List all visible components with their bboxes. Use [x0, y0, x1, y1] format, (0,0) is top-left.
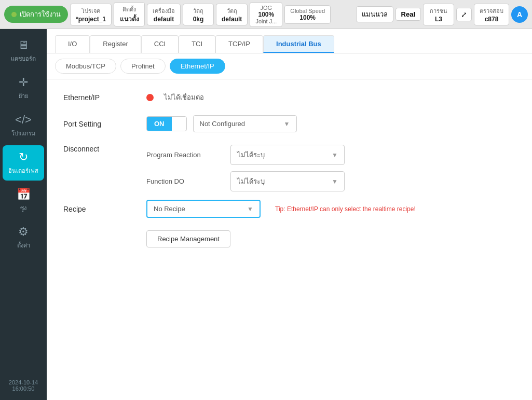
tool-value: default: [154, 16, 174, 23]
recipe-mgmt-label: Recipe Management: [157, 235, 220, 243]
jog-sub: Joint J...: [255, 18, 277, 24]
sidebar: 🖥 แดชบอร์ด ✛ ย้าย </> โปรแกรม ↻ อินเตอร์…: [0, 29, 47, 400]
dashboard-icon: 🖥: [18, 38, 29, 52]
teach-label: การชน: [430, 6, 447, 16]
settings-section[interactable]: ติดตั้ง แนวตั้ง: [114, 2, 145, 26]
tab-modbus[interactable]: Modbus/TCP: [55, 59, 116, 74]
tab-tci[interactable]: TCI: [179, 35, 215, 53]
chevron-down-icon: ▼: [284, 120, 290, 128]
sidebar-item-move[interactable]: ✛ ย้าย: [3, 71, 44, 106]
weight-label: วัตถุ: [193, 6, 203, 16]
tab-cci-label: CCI: [154, 40, 166, 48]
function-do-row: Function DO ไม่ได้ระบุ ▼: [146, 171, 345, 191]
move-icon: ✛: [19, 76, 28, 89]
tab-industrial-bus-label: Industrial Bus: [276, 40, 321, 48]
tab-ethernetip[interactable]: Ethernet/IP: [170, 59, 225, 74]
connection-status-text: ไม่ได้เชื่อมต่อ: [164, 92, 204, 103]
project-value: *project_1: [76, 16, 106, 23]
program-reaction-row: Program Reaction ไม่ได้ระบุ ▼: [146, 145, 345, 165]
weight-section[interactable]: วัตถุ 0kg: [183, 4, 214, 25]
project-label: โปรเจค: [81, 6, 100, 16]
program-reaction-dropdown[interactable]: ไม่ได้ระบุ ▼: [230, 145, 345, 165]
tab-profinet-label: Profinet: [131, 62, 155, 70]
topbar-right: แมนนวล Real การชน L3 ⤢ ตรวจสอบ c878 A: [356, 4, 528, 25]
speed-section[interactable]: วัตถุ default: [216, 4, 248, 25]
jog-section[interactable]: JOG 100% Joint J...: [250, 2, 282, 27]
recipe-controls: No Recipe ▼ Tip: Ethernet/IP can only se…: [146, 200, 515, 218]
weight-value: 0kg: [193, 16, 204, 23]
sidebar-item-schedule[interactable]: 📅 ซูง: [3, 183, 44, 218]
function-do-label: Function DO: [146, 177, 224, 185]
disconnect-row: Disconnect Program Reaction ไม่ได้ระบุ ▼…: [63, 145, 515, 191]
disconnect-label: Disconnect: [63, 145, 146, 153]
tab-ethernetip-label: Ethernet/IP: [181, 62, 214, 70]
global-speed-section[interactable]: Global Speed 100%: [284, 5, 331, 24]
sidebar-item-interface[interactable]: ↻ อินเตอร์เฟส: [3, 145, 44, 181]
tab-tcpip-label: TCP/IP: [228, 40, 250, 48]
main-layout: 🖥 แดชบอร์ด ✛ ย้าย </> โปรแกรม ↻ อินเตอร์…: [0, 29, 532, 400]
sidebar-item-program-label: โปรแกรม: [11, 129, 35, 138]
toggle-on[interactable]: ON: [147, 117, 172, 131]
program-icon: </>: [15, 113, 32, 127]
tool-section[interactable]: เครื่องมือ default: [147, 4, 181, 25]
settings-value: แนวตั้ง: [120, 14, 139, 24]
teach-value: L3: [435, 16, 442, 23]
program-reaction-value: ไม่ได้ระบุ: [237, 149, 265, 160]
toggle-switch[interactable]: ON: [146, 116, 187, 131]
check-value: c878: [485, 16, 499, 23]
chevron-down-icon-3: ▼: [332, 178, 338, 185]
resize-icon: ⤢: [461, 10, 467, 19]
content-area: I/O Register CCI TCI TCP/IP Industrial B…: [47, 29, 532, 400]
not-configured-dropdown[interactable]: Not Configured ▼: [193, 115, 297, 132]
sidebar-item-interface-label: อินเตอร์เฟส: [8, 166, 38, 175]
function-do-value: ไม่ได้ระบุ: [237, 176, 265, 187]
recipe-row: Recipe No Recipe ▼ Tip: Ethernet/IP can …: [63, 200, 515, 218]
manual-badge[interactable]: แมนนวล: [356, 6, 393, 22]
tab-tci-label: TCI: [192, 40, 202, 48]
sidebar-item-program[interactable]: </> โปรแกรม: [3, 108, 44, 143]
jog-value: 100%: [258, 11, 275, 18]
ethernet-ip-row: Ethernet/IP ไม่ได้เชื่อมต่อ: [63, 92, 515, 103]
port-setting-row: Port Setting ON Not Configured ▼: [63, 115, 515, 132]
real-badge[interactable]: Real: [395, 8, 421, 21]
avatar[interactable]: A: [511, 6, 528, 23]
tab-modbus-label: Modbus/TCP: [66, 62, 105, 70]
ethernet-ip-controls: ไม่ได้เชื่อมต่อ: [146, 92, 515, 103]
sidebar-item-settings[interactable]: ⚙ ตั้งค่า: [3, 220, 44, 255]
jog-label: JOG: [261, 5, 272, 11]
open-btn-label: เปิดการใช้งาน: [20, 9, 61, 20]
tab-tcpip[interactable]: TCP/IP: [215, 35, 263, 53]
open-btn[interactable]: เปิดการใช้งาน: [4, 6, 68, 23]
status-dot: [11, 12, 17, 17]
check-section[interactable]: ตรวจสอบ c878: [474, 4, 509, 25]
sidebar-item-dashboard[interactable]: 🖥 แดชบอร์ด: [3, 33, 44, 68]
recipe-dropdown[interactable]: No Recipe ▼: [146, 200, 261, 218]
chevron-down-icon-2: ▼: [332, 151, 338, 159]
tab-industrial-bus[interactable]: Industrial Bus: [263, 35, 334, 53]
teach-section[interactable]: การชน L3: [423, 4, 454, 25]
real-label: Real: [401, 10, 415, 18]
global-speed-value: 100%: [299, 14, 316, 21]
chevron-down-icon-4: ▼: [247, 205, 253, 213]
tab-register-label: Register: [103, 40, 128, 48]
sidebar-item-settings-label: ตั้งค่า: [17, 241, 30, 250]
tab-bar-2: Modbus/TCP Profinet Ethernet/IP: [47, 53, 532, 79]
recipe-value: No Recipe: [154, 205, 185, 213]
sidebar-item-schedule-label: ซูง: [20, 203, 26, 213]
resize-btn[interactable]: ⤢: [456, 8, 472, 21]
speed-value: default: [222, 16, 242, 23]
project-section[interactable]: โปรเจค *project_1: [70, 4, 112, 25]
tab-register[interactable]: Register: [90, 35, 141, 53]
function-do-dropdown[interactable]: ไม่ได้ระบุ ▼: [230, 171, 345, 191]
speed-label: วัตถุ: [227, 6, 237, 16]
tab-cci[interactable]: CCI: [141, 35, 179, 53]
manual-label: แมนนวล: [362, 10, 388, 18]
main-content: Ethernet/IP ไม่ได้เชื่อมต่อ Port Setting…: [47, 79, 532, 400]
recipe-mgmt-button[interactable]: Recipe Management: [146, 230, 230, 247]
toggle-off[interactable]: [172, 121, 186, 127]
tab-profinet[interactable]: Profinet: [120, 59, 166, 74]
tab-io[interactable]: I/O: [55, 35, 90, 53]
disconnect-fields: Program Reaction ไม่ได้ระบุ ▼ Function D…: [146, 145, 345, 191]
port-setting-label: Port Setting: [63, 120, 146, 128]
ethernet-ip-label: Ethernet/IP: [63, 93, 146, 102]
